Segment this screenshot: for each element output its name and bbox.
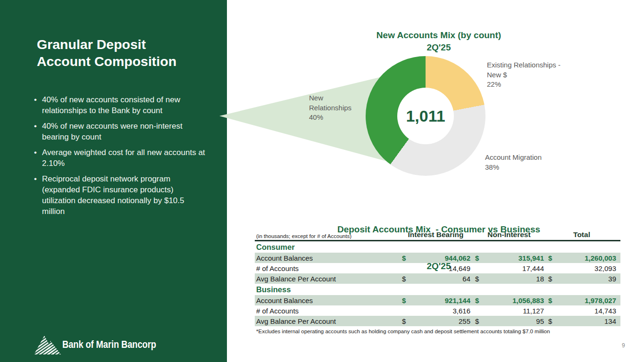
cell-value: 315,941: [519, 254, 545, 262]
slice-label-new-relationships: New Relationships 40%: [309, 93, 351, 123]
cell-value: 134: [604, 317, 617, 325]
bullet-item: 40% of new accounts consisted of new rel…: [33, 94, 207, 116]
row-label: # of Accounts: [255, 264, 400, 272]
bullet-list: 40% of new accounts consisted of new rel…: [33, 94, 207, 222]
cell-value: 3,616: [452, 307, 471, 315]
page-title-line1: Granular Deposit: [37, 36, 202, 53]
cell-value: 14,649: [449, 264, 471, 272]
slice-label-line: New $: [487, 70, 560, 80]
donut-chart: 1,011: [366, 56, 485, 176]
cell-value: 95: [536, 317, 545, 325]
table-row-business-avg-balance: Avg Balance Per Account $255 $95 $134: [255, 316, 620, 326]
page-title: Granular Deposit Account Composition: [37, 36, 202, 70]
section-header-consumer: Consumer: [255, 241, 620, 253]
currency-symbol: $: [400, 275, 406, 283]
column-header-interest-bearing: Interest Bearing: [400, 230, 471, 240]
slice-label-line: 22%: [487, 80, 560, 90]
cell-value: 921,144: [445, 296, 471, 304]
cell-value: 64: [462, 275, 471, 283]
currency-symbol: $: [546, 275, 552, 283]
cell-value: 1,056,883: [512, 296, 545, 304]
cell-value: 1,978,027: [585, 296, 617, 304]
currency-symbol: $: [473, 296, 479, 304]
row-label: Account Balances: [255, 296, 400, 304]
table-units-note: (in thousands; except for # of Accounts): [255, 233, 400, 240]
mountain-hatch-icon: [34, 335, 61, 354]
slice-label-line: 40%: [309, 113, 351, 123]
donut-chart-title-line1: New Accounts Mix (by count): [264, 29, 613, 41]
slice-label-line: New: [309, 93, 351, 103]
cell-value: 14,743: [594, 307, 617, 315]
cell-value: 255: [459, 317, 471, 325]
donut-chart-title: New Accounts Mix (by count) 2Q'25: [264, 29, 613, 54]
column-header-non-interest: Non-Interest: [473, 230, 545, 240]
row-label: Avg Balance Per Account: [255, 275, 400, 283]
page-number: 9: [622, 342, 625, 349]
sidebar-panel: Granular Deposit Account Composition 40%…: [0, 0, 227, 362]
bullet-item: Average weighted cost for all new accoun…: [33, 147, 207, 169]
currency-symbol: $: [546, 317, 552, 325]
table-row-consumer-num-accounts: # of Accounts 14,649 17,444 32,093: [255, 263, 620, 273]
row-label: # of Accounts: [255, 307, 400, 315]
table-header-row: (in thousands; except for # of Accounts)…: [255, 230, 620, 240]
bullet-item: Reciprocal deposit network program (expa…: [33, 173, 207, 217]
slice-label-account-migration: Account Migration 38%: [485, 153, 542, 172]
slice-label-line: 38%: [485, 163, 542, 173]
table-row-business-num-accounts: # of Accounts 3,616 11,127 14,743: [255, 305, 620, 316]
cell-value: 11,127: [523, 307, 545, 315]
currency-symbol: $: [473, 254, 479, 262]
table-row-consumer-account-balances: Account Balances $944,062 $315,941 $1,26…: [255, 253, 620, 263]
currency-symbol: $: [546, 254, 552, 262]
page-title-line2: Account Composition: [37, 53, 202, 70]
slice-label-existing-relationships: Existing Relationships - New $ 22%: [487, 60, 560, 90]
currency-symbol: $: [400, 296, 406, 304]
row-label: Account Balances: [255, 254, 400, 262]
cell-value: 39: [608, 275, 617, 283]
table-row-business-account-balances: Account Balances $921,144 $1,056,883 $1,…: [255, 295, 620, 305]
deposit-accounts-table: (in thousands; except for # of Accounts)…: [255, 230, 620, 334]
cell-value: 1,260,003: [585, 254, 617, 262]
table-footnote: *Excludes internal operating accounts su…: [255, 329, 620, 334]
slice-label-line: Relationships: [309, 103, 351, 113]
cell-value: 17,444: [522, 264, 545, 272]
donut-center-value: 1,011: [406, 107, 445, 125]
table-row-consumer-avg-balance: Avg Balance Per Account $64 $18 $39: [255, 273, 620, 284]
slice-label-line: Account Migration: [485, 153, 542, 163]
company-logo-text: Bank of Marin Bancorp: [62, 339, 156, 351]
currency-symbol: $: [400, 317, 406, 325]
company-logo: Bank of Marin Bancorp: [34, 335, 171, 354]
cell-value: 32,093: [594, 264, 617, 272]
section-header-business: Business: [255, 284, 620, 295]
currency-symbol: $: [473, 275, 479, 283]
donut-chart-title-line2: 2Q'25: [264, 41, 613, 54]
currency-symbol: $: [546, 296, 552, 304]
currency-symbol: $: [400, 254, 406, 262]
cell-value: 944,062: [445, 254, 471, 262]
row-label: Avg Balance Per Account: [255, 317, 400, 325]
bullet-item: 40% of new accounts were non-interest be…: [33, 121, 207, 142]
donut-hole: 1,011: [397, 88, 454, 144]
currency-symbol: $: [473, 317, 479, 325]
column-header-total: Total: [546, 230, 617, 240]
cell-value: 18: [536, 275, 545, 283]
presentation-slide: Granular Deposit Account Composition 40%…: [0, 0, 644, 362]
slice-label-line: Existing Relationships -: [487, 60, 560, 70]
